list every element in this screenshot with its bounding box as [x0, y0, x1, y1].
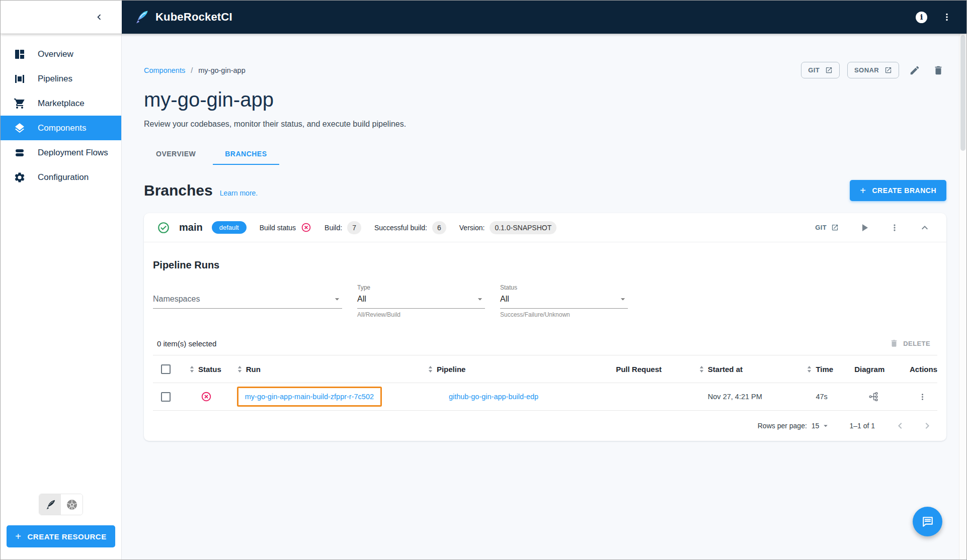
- breadcrumb-separator: /: [191, 66, 193, 74]
- sidebar-item-overview[interactable]: Overview: [1, 42, 121, 66]
- view-toggle-group: [39, 494, 83, 515]
- chevron-right-icon: [921, 420, 933, 432]
- row-checkbox[interactable]: [161, 392, 171, 402]
- play-icon: [858, 222, 870, 234]
- diagram-button[interactable]: [866, 389, 881, 404]
- column-header-time[interactable]: Time: [816, 365, 833, 374]
- edit-component-button[interactable]: [907, 62, 923, 78]
- sidebar-item-pipelines[interactable]: Pipelines: [1, 66, 121, 91]
- breadcrumb-components-link[interactable]: Components: [144, 66, 185, 74]
- pipeline-run-link[interactable]: my-go-gin-app-main-build-zfppr-r-7c502: [245, 393, 374, 401]
- error-circle-icon: [301, 222, 311, 233]
- select-all-checkbox[interactable]: [161, 364, 171, 374]
- sidebar-item-marketplace[interactable]: Marketplace: [1, 91, 121, 116]
- chevron-left-icon: [894, 420, 906, 432]
- rocket-icon: [45, 499, 56, 510]
- delete-label: DELETE: [903, 340, 930, 347]
- started-at-cell: Nov 27, 4:21 PM: [708, 393, 762, 401]
- dropdown-arrow-icon: [821, 421, 830, 430]
- sort-icon[interactable]: [189, 365, 195, 374]
- sort-icon[interactable]: [237, 365, 243, 374]
- rocket-view-toggle[interactable]: [39, 494, 61, 515]
- info-icon: i: [916, 12, 927, 23]
- sidebar-collapse-button[interactable]: [92, 10, 107, 25]
- sonar-link-button[interactable]: SONAR: [847, 62, 899, 78]
- branch-accordion-header[interactable]: main default Build status Build: 7 Succe…: [144, 213, 946, 242]
- main-content: Components / my-go-gin-app GIT SONAR: [122, 34, 966, 559]
- chat-fab[interactable]: [913, 507, 942, 536]
- type-filter-label: Type: [357, 284, 485, 292]
- sidebar-item-label: Overview: [38, 49, 73, 59]
- version-chip: 0.1.0-SNAPSHOT: [490, 221, 556, 234]
- learn-more-link[interactable]: Learn more.: [220, 189, 258, 197]
- collapse-branch-button[interactable]: [916, 219, 933, 236]
- tab-overview[interactable]: OVERVIEW: [144, 143, 208, 165]
- rows-per-page-select[interactable]: 15: [812, 421, 831, 430]
- page-title: my-go-gin-app: [144, 88, 946, 111]
- branch-name: main: [179, 222, 203, 233]
- delete-selected-button[interactable]: DELETE: [887, 338, 933, 348]
- external-link-icon: [884, 66, 892, 74]
- rows-per-page-value: 15: [812, 422, 820, 430]
- build-branch-button[interactable]: [856, 219, 873, 236]
- git-link-button[interactable]: GIT: [801, 62, 840, 78]
- next-page-button[interactable]: [921, 420, 933, 432]
- sidebar-item-configuration[interactable]: Configuration: [1, 165, 121, 190]
- branch-git-link-button[interactable]: GIT: [812, 223, 842, 232]
- run-failed-status-icon: [201, 391, 212, 402]
- check-circle-icon: [157, 221, 170, 234]
- annotation-highlight-box: my-go-gin-app-main-build-zfppr-r-7c502: [237, 387, 382, 407]
- gear-icon: [14, 171, 26, 183]
- dropdown-arrow-icon: [332, 294, 342, 304]
- row-actions-button[interactable]: [916, 390, 929, 404]
- header-menu-button[interactable]: [940, 11, 953, 24]
- sort-icon[interactable]: [699, 365, 704, 374]
- sort-icon[interactable]: [807, 365, 812, 374]
- table-pagination: Rows per page: 15 1–1 of 1: [153, 411, 937, 441]
- plus-icon: +: [15, 531, 21, 541]
- status-filter[interactable]: Status All Success/Failure/Unknown: [500, 284, 628, 318]
- sidebar-item-label: Pipelines: [38, 74, 72, 84]
- build-count-label: Build:: [325, 224, 342, 232]
- branch-menu-button[interactable]: [887, 220, 902, 235]
- brand: KubeRocketCI: [134, 10, 232, 25]
- delete-component-button[interactable]: [930, 62, 946, 78]
- selected-count-text: 0 item(s) selected: [157, 339, 216, 348]
- create-branch-label: CREATE BRANCH: [872, 186, 936, 195]
- create-branch-button[interactable]: + CREATE BRANCH: [850, 180, 946, 201]
- column-header-pipeline[interactable]: Pipeline: [437, 365, 466, 374]
- namespaces-filter[interactable]: Namespaces: [153, 284, 342, 318]
- sidebar-item-label: Configuration: [38, 172, 89, 182]
- scrollbar[interactable]: [959, 34, 966, 559]
- git-button-label: GIT: [808, 66, 820, 74]
- rows-per-page-label: Rows per page:: [758, 422, 807, 430]
- type-filter[interactable]: Type All All/Review/Build: [357, 284, 485, 318]
- status-filter-helper: Success/Failure/Unknown: [500, 311, 628, 318]
- sidebar: Overview Pipelines Marketplace Component…: [1, 34, 122, 559]
- column-header-actions: Actions: [910, 365, 937, 374]
- plus-icon: +: [860, 185, 866, 196]
- kubernetes-view-toggle[interactable]: [61, 494, 83, 515]
- pipeline-link[interactable]: github-go-gin-app-build-edp: [449, 393, 538, 401]
- column-header-run[interactable]: Run: [246, 365, 261, 374]
- info-button[interactable]: i: [915, 11, 928, 24]
- sonar-button-label: SONAR: [854, 66, 879, 74]
- external-link-icon: [825, 66, 833, 74]
- sidebar-item-deployment-flows[interactable]: Deployment Flows: [1, 140, 121, 165]
- stacked-bars-icon: [14, 147, 26, 159]
- branch-git-label: GIT: [815, 224, 827, 231]
- scrollbar-thumb[interactable]: [960, 35, 965, 151]
- create-resource-button[interactable]: + CREATE RESOURCE: [7, 525, 115, 547]
- dashboard-icon: [14, 48, 26, 60]
- chat-bubble-icon: [921, 515, 935, 529]
- previous-page-button[interactable]: [894, 420, 906, 432]
- shopping-cart-icon: [14, 98, 26, 110]
- column-header-status[interactable]: Status: [198, 365, 221, 374]
- sort-icon[interactable]: [428, 365, 433, 374]
- kebab-menu-icon: [890, 223, 900, 233]
- page-actions: GIT SONAR: [801, 62, 946, 78]
- column-header-started-at[interactable]: Started at: [708, 365, 743, 374]
- sidebar-item-components[interactable]: Components: [1, 116, 121, 140]
- pencil-icon: [909, 65, 920, 76]
- tab-branches[interactable]: BRANCHES: [213, 143, 279, 165]
